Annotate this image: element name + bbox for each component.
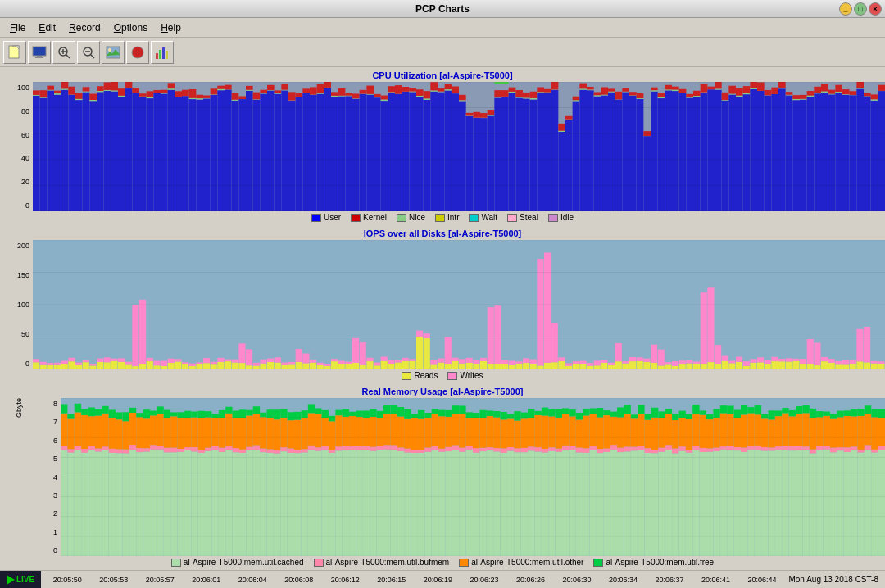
legend-writes: Writes	[447, 371, 483, 380]
main-content: CPU Utilization [al-Aspire-T5000] 100 80…	[0, 67, 885, 570]
legend-color-writes	[447, 372, 457, 380]
legend-color-other	[459, 559, 469, 567]
svg-rect-18	[162, 47, 165, 59]
cpu-legend: User Kernel Nice Intr Wait Steal	[0, 211, 885, 224]
svg-rect-16	[156, 53, 158, 59]
record-button[interactable]	[126, 41, 149, 64]
memory-chart-section: Real Memory Usage [al-Aspire-T5000] Gbyt…	[0, 383, 885, 570]
legend-bufmem: al-Aspire-T5000:mem.util.bufmem	[314, 558, 450, 567]
menu-options[interactable]: Options	[107, 20, 154, 35]
svg-rect-4	[37, 56, 42, 57]
legend-color-free	[593, 559, 603, 567]
window-controls: _ □ ×	[839, 2, 882, 16]
live-play-icon	[7, 575, 15, 585]
svg-line-7	[66, 54, 70, 58]
memory-legend: al-Aspire-T5000:mem.util.cached al-Aspir…	[0, 556, 885, 568]
menubar: File Edit Record Options Help	[0, 18, 885, 38]
cpu-chart-area	[33, 82, 885, 211]
iops-chart-section: IOPS over all Disks [al-Aspire-T5000] 20…	[0, 225, 885, 383]
cpu-chart-title: CPU Utilization [al-Aspire-T5000]	[0, 70, 885, 80]
cpu-chart-container: 100 80 60 40 20 0	[0, 82, 885, 211]
svg-rect-3	[33, 47, 46, 56]
svg-rect-17	[159, 50, 161, 59]
iops-chart-title: IOPS over all Disks [al-Aspire-T5000]	[0, 228, 885, 238]
legend-color-user	[311, 214, 321, 222]
legend-cached: al-Aspire-T5000:mem.util.cached	[171, 558, 304, 567]
memory-chart-title: Real Memory Usage [al-Aspire-T5000]	[0, 387, 885, 396]
iops-chart-container: 200 150 100 50 0	[0, 240, 885, 369]
legend-color-intr	[435, 214, 445, 222]
legend-color-bufmem	[314, 559, 324, 567]
legend-nice: Nice	[397, 213, 425, 222]
cpu-canvas	[33, 82, 885, 211]
legend-steal: Steal	[507, 213, 538, 222]
menu-help[interactable]: Help	[154, 20, 188, 35]
cpu-y-axis: 100 80 60 40 20 0	[0, 82, 33, 211]
titlebar: PCP Charts _ □ ×	[0, 0, 885, 18]
legend-color-steal	[507, 214, 517, 222]
zoom-out-button[interactable]	[77, 41, 100, 64]
maximize-button[interactable]: □	[854, 2, 867, 16]
legend-color-cached	[171, 559, 181, 567]
zoom-in-button[interactable]	[52, 41, 75, 64]
memory-chart-container: Gbyte 8 7 6 5 4 3 2 1 0	[0, 398, 885, 556]
cpu-chart-section: CPU Utilization [al-Aspire-T5000] 100 80…	[0, 67, 885, 225]
memory-y-axis: 8 7 6 5 4 3 2 1 0	[41, 398, 61, 556]
memory-canvas	[61, 398, 885, 556]
svg-line-11	[91, 54, 95, 58]
chart-type-button[interactable]	[151, 41, 174, 64]
export-image-button[interactable]	[102, 41, 125, 64]
menu-edit[interactable]: Edit	[32, 20, 62, 35]
memory-y-label: Gbyte	[15, 398, 26, 418]
titlebar-title: PCP Charts	[415, 3, 470, 15]
legend-idle: Idle	[548, 213, 574, 222]
legend-intr: Intr	[435, 213, 459, 222]
iops-canvas	[33, 240, 885, 369]
time-axis: 20:05:50 20:05:53 20:05:57 20:06:01 20:0…	[41, 576, 788, 584]
memory-chart-area	[61, 398, 885, 556]
legend-color-idle	[548, 214, 558, 222]
live-indicator: LIVE	[0, 571, 41, 589]
menu-record[interactable]: Record	[62, 20, 107, 35]
legend-user: User	[311, 213, 341, 222]
legend-color-reads	[402, 372, 411, 380]
close-button[interactable]: ×	[869, 2, 882, 16]
monitor-button[interactable]	[28, 41, 51, 64]
legend-wait: Wait	[469, 213, 497, 222]
svg-point-14	[108, 48, 111, 52]
svg-point-15	[132, 47, 143, 58]
new-button[interactable]	[3, 41, 26, 64]
live-label: LIVE	[16, 575, 34, 584]
legend-free: al-Aspire-T5000:mem.util.free	[593, 558, 714, 567]
legend-color-wait	[469, 214, 479, 222]
legend-reads: Reads	[402, 371, 438, 380]
iops-legend: Reads Writes	[0, 369, 885, 382]
legend-kernel: Kernel	[351, 213, 387, 222]
minimize-button[interactable]: _	[839, 2, 852, 16]
statusbar: LIVE 20:05:50 20:05:53 20:05:57 20:06:01…	[0, 570, 885, 588]
legend-color-nice	[397, 214, 406, 222]
menu-file[interactable]: File	[3, 20, 32, 35]
svg-rect-5	[35, 57, 43, 58]
datetime-display: Mon Aug 13 2018 CST-8	[788, 575, 885, 584]
iops-y-axis: 200 150 100 50 0	[0, 240, 33, 369]
toolbar	[0, 38, 885, 67]
iops-chart-area	[33, 240, 885, 369]
legend-color-kernel	[351, 214, 361, 222]
legend-other: al-Aspire-T5000:mem.util.other	[459, 558, 583, 567]
svg-rect-19	[166, 51, 168, 59]
